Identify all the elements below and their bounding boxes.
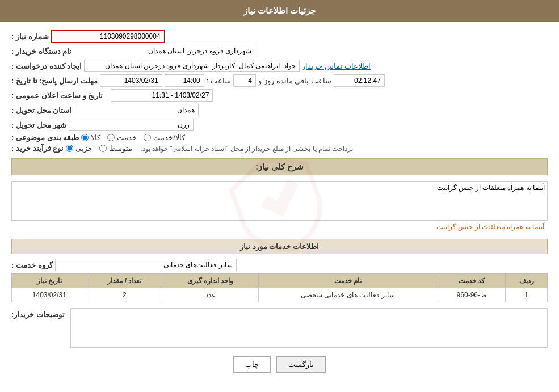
ijad-konande-row: اطلاعات تماس خریدار ایجاد کننده درخواست … bbox=[11, 60, 548, 72]
khadamat-section-title: اطلاعات خدمات مورد نیاز bbox=[11, 239, 548, 254]
col-radif: ردیف bbox=[506, 274, 548, 288]
radio-motosat-label: متوسط bbox=[109, 144, 132, 153]
mohlat-mande-label: ساعت باقی مانده bbox=[276, 77, 331, 85]
nam-dastgah-input[interactable] bbox=[74, 45, 255, 57]
ijad-konande-label: ایجاد کننده درخواست : bbox=[11, 62, 82, 70]
sharh-value-text: آبنما به همراه متعلقات از جنس گرانیت bbox=[436, 223, 544, 231]
shahr-row: شهر محل تحویل : bbox=[11, 119, 548, 131]
table-row: 1 ط-96-960 سایر فعالیت های خدماتی شخصی ع… bbox=[12, 288, 548, 302]
tarikh-input[interactable] bbox=[111, 89, 213, 102]
tarikh-label: تاریخ و ساعت اعلان عمومی : bbox=[11, 91, 103, 100]
mohlat-ersal-label: مهلت ارسال پاسخ: تا تاریخ : bbox=[11, 77, 98, 85]
cell-tarikh: 1403/02/31 bbox=[12, 288, 87, 302]
cell-vahed: عدد bbox=[162, 288, 259, 302]
sharh-section: شرح کلی نیاز: آبنما به همراه متعلقات از … bbox=[11, 158, 548, 233]
page-header: جزئیات اطلاعات نیاز bbox=[0, 0, 559, 22]
shomara-row: شماره نیاز : bbox=[11, 30, 548, 43]
col-vahed: واحد اندازه گیری bbox=[162, 274, 259, 288]
radio-jozi-label: جزیی bbox=[75, 144, 93, 153]
table-header: ردیف کد خدمت نام خدمت واحد اندازه گیری ت… bbox=[12, 274, 548, 288]
cell-radif: 1 bbox=[506, 288, 548, 302]
radio-kala-khedmat[interactable] bbox=[144, 134, 151, 141]
sharh-hint: آبنما به همراه متعلقات از جنس گرانیت bbox=[11, 221, 548, 233]
ostan-label: استان محل تحویل : bbox=[11, 106, 72, 115]
radio-kala[interactable] bbox=[81, 134, 89, 141]
table-body: 1 ط-96-960 سایر فعالیت های خدماتی شخصی ع… bbox=[12, 288, 548, 302]
tabaqe-label: طبقه بندی موضوعی : bbox=[11, 133, 79, 142]
khadamat-title-label: اطلاعات خدمات مورد نیاز bbox=[240, 242, 319, 251]
cell-tedad: 2 bbox=[87, 288, 162, 302]
header-title: جزئیات اطلاعات نیاز bbox=[243, 6, 316, 15]
shahr-label: شهر محل تحویل : bbox=[11, 121, 66, 129]
nam-dastgah-row: نام دستگاه خریدار : bbox=[11, 45, 548, 57]
btn-chap[interactable]: چاپ bbox=[233, 356, 271, 373]
shomara-niaz-input[interactable] bbox=[51, 30, 165, 43]
radio-jozi[interactable] bbox=[66, 145, 73, 152]
nav-desc: پرداخت تمام یا بخشی از مبلغ خریدار از مح… bbox=[140, 145, 353, 153]
sharh-textarea[interactable] bbox=[11, 181, 548, 221]
mohlat-roz-input[interactable] bbox=[233, 74, 256, 87]
mohlat-saat-label: ساعت : bbox=[207, 77, 231, 85]
mohlat-saat-input[interactable] bbox=[165, 74, 204, 87]
col-tarikh: تاریخ نیاز bbox=[12, 274, 87, 288]
radio-khedmat-item: خدمت bbox=[107, 133, 137, 142]
gorooh-input[interactable] bbox=[55, 259, 237, 271]
btn-bazgasht[interactable]: بازگشت bbox=[276, 356, 326, 373]
content-area: شماره نیاز : نام دستگاه خریدار : اطلاعات… bbox=[0, 22, 559, 392]
nam-dastgah-label: نام دستگاه خریدار : bbox=[11, 47, 72, 56]
mohlat-mande-input[interactable] bbox=[334, 74, 385, 87]
nav-farband-label: نوع فرآیند خرید : bbox=[11, 144, 64, 153]
cell-kod-khedmat: ط-96-960 bbox=[438, 288, 505, 302]
ijad-konande-input[interactable] bbox=[84, 60, 300, 72]
tabaqe-row: کالا/خدمت خدمت کالا طبقه بندی موضوعی : bbox=[11, 133, 548, 142]
radio-kala-item: کالا bbox=[81, 133, 100, 142]
ettelaat-tamas-link[interactable]: اطلاعات تماس خریدار bbox=[302, 62, 371, 70]
tabaqe-radio-group: کالا/خدمت خدمت کالا bbox=[81, 133, 185, 142]
gorooh-label: گروه خدمت : bbox=[11, 261, 53, 269]
ostan-input[interactable] bbox=[74, 104, 199, 116]
sharh-container bbox=[11, 181, 548, 221]
mohlat-roz-label: روز و bbox=[258, 77, 274, 85]
radio-khedmat[interactable] bbox=[107, 134, 115, 141]
radio-kala-label: کالا bbox=[91, 133, 100, 142]
col-nam-khedmat: نام خدمت bbox=[259, 274, 438, 288]
radio-jozi-item: جزیی bbox=[66, 144, 93, 153]
sharh-title-label: شرح کلی نیاز: bbox=[255, 162, 303, 171]
tosif-section: توضیحات خریدار: bbox=[11, 308, 548, 348]
radio-kala-khedmat-label: کالا/خدمت bbox=[153, 133, 185, 142]
radio-motosat[interactable] bbox=[99, 145, 107, 152]
col-kod-khedmat: کد خدمت bbox=[438, 274, 505, 288]
page-wrapper: جزئیات اطلاعات نیاز شماره نیاز : نام دست… bbox=[0, 0, 559, 392]
radio-khedmat-label: خدمت bbox=[117, 133, 137, 142]
col-tedad: تعداد / مقدار bbox=[87, 274, 162, 288]
tosif-textarea[interactable] bbox=[70, 308, 548, 348]
radio-kala-khedmat-item: کالا/خدمت bbox=[144, 133, 185, 142]
shahr-input[interactable] bbox=[69, 119, 194, 131]
radio-motosat-item: متوسط bbox=[99, 144, 132, 153]
mohlat-date-input[interactable] bbox=[100, 74, 162, 87]
button-row: بازگشت چاپ bbox=[11, 356, 548, 384]
service-table: ردیف کد خدمت نام خدمت واحد اندازه گیری ت… bbox=[11, 273, 548, 302]
gorooh-row: گروه خدمت : bbox=[11, 259, 548, 271]
tarikh-row: تاریخ و ساعت اعلان عمومی : bbox=[11, 89, 548, 102]
sharh-title: شرح کلی نیاز: bbox=[11, 158, 548, 175]
cell-nam-khedmat: سایر فعالیت های خدماتی شخصی bbox=[259, 288, 438, 302]
mohlat-row: ساعت باقی مانده روز و ساعت : مهلت ارسال … bbox=[11, 74, 548, 87]
nav-farband-row: پرداخت تمام یا بخشی از مبلغ خریدار از مح… bbox=[11, 144, 548, 153]
shomara-niaz-label: شماره نیاز : bbox=[11, 32, 49, 41]
nav-radio-group: متوسط جزیی bbox=[66, 144, 132, 153]
tosif-label: توضیحات خریدار: bbox=[11, 308, 65, 319]
ostan-row: استان محل تحویل : bbox=[11, 104, 548, 116]
